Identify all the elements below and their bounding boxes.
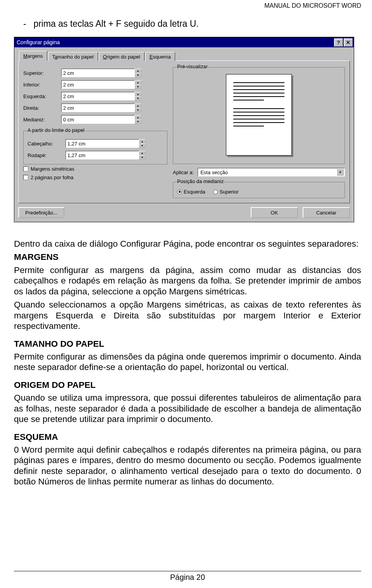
radio-superior[interactable]: Superior xyxy=(213,189,239,195)
preview-group xyxy=(173,67,345,164)
dialog-title: Configurar página xyxy=(17,39,333,45)
checkbox-label: Margens simétricas xyxy=(31,166,74,172)
heading-origem: ORIGEM DO PAPEL xyxy=(14,380,361,390)
spin-down-icon[interactable]: ▼ xyxy=(134,85,141,89)
spin-up-icon[interactable]: ▲ xyxy=(139,139,146,144)
para-origem: Quando se utiliza uma impressora, que po… xyxy=(14,393,361,424)
dropdown-aplicar[interactable]: Esta secção ▼ xyxy=(198,168,345,176)
spin-up-icon[interactable]: ▲ xyxy=(134,69,141,73)
para-margens-1: Permite configurar as margens da página,… xyxy=(14,265,361,297)
label-superior: Superior: xyxy=(23,70,61,76)
footer-rule xyxy=(14,571,361,571)
radio-esquerda[interactable]: Esquerda xyxy=(177,189,205,195)
heading-margens: MARGENS xyxy=(14,252,361,262)
input-superior[interactable]: 2 cm xyxy=(61,69,135,77)
ok-button[interactable]: OK xyxy=(251,207,298,218)
checkbox-icon xyxy=(23,175,28,180)
tab-origem[interactable]: Origem do papel xyxy=(99,52,145,61)
spin-down-icon[interactable]: ▼ xyxy=(134,73,141,77)
running-header: MANUAL DO MICROSOFT WORD xyxy=(0,0,372,9)
tabs: MMargensargens Tamanho do papel Origem d… xyxy=(19,50,350,61)
spin-up-icon[interactable]: ▲ xyxy=(134,80,141,85)
spin-up-icon[interactable]: ▲ xyxy=(139,151,146,155)
tab-tamanho[interactable]: Tamanho do papel xyxy=(48,52,98,61)
checkbox-label: 2 páginas por folha xyxy=(31,175,74,180)
bullet-text: prima as teclas Alt + F seguido da letra… xyxy=(33,19,198,29)
group-limite-papel: Cabeçalho: 1,27 cm ▲▼ Rodapé: 1,27 cm ▲▼ xyxy=(23,131,167,164)
help-button[interactable]: ? xyxy=(334,38,343,47)
label-cabecalho: Cabeçalho: xyxy=(28,141,65,147)
radio-label: Superior xyxy=(220,189,239,195)
dropdown-value: Esta secção xyxy=(200,169,228,175)
label-rodape: Rodapé: xyxy=(28,152,65,158)
bullet-dash: - xyxy=(23,19,31,29)
heading-tamanho: TAMANHO DO PAPEL xyxy=(14,339,361,349)
dialog-titlebar: Configurar página ? ✕ xyxy=(14,37,354,47)
bullet-line: - prima as teclas Alt + F seguido da let… xyxy=(14,19,359,33)
input-medianiz[interactable]: 0 cm xyxy=(61,115,135,124)
radio-label: Esquerda xyxy=(184,189,205,195)
tab-esquema[interactable]: Esquema xyxy=(145,52,175,61)
label-aplicar: Aplicar a: xyxy=(173,169,194,175)
radio-icon xyxy=(213,190,218,194)
para-margens-2: Quando seleccionamos a opção Margens sim… xyxy=(14,299,361,331)
tab-margens[interactable]: MMargensargens xyxy=(19,51,47,61)
spin-down-icon[interactable]: ▼ xyxy=(134,119,141,124)
spin-down-icon[interactable]: ▼ xyxy=(134,108,141,112)
chevron-down-icon: ▼ xyxy=(337,169,344,176)
input-esquerda[interactable]: 2 cm xyxy=(61,92,135,100)
page-number: Página 20 xyxy=(14,573,361,582)
para-tamanho: Permite configurar as dimensões da págin… xyxy=(14,351,361,373)
label-inferior: Inferior: xyxy=(23,82,61,88)
group-posicao-medianiz: Esquerda Superior xyxy=(173,182,345,198)
checkbox-margens-simetricas[interactable]: Margens simétricas xyxy=(23,164,167,173)
input-cabecalho[interactable]: 1,27 cm xyxy=(65,139,139,148)
para-esquema: 0 Word permite aqui definir cabeçalhos e… xyxy=(14,444,361,487)
dialog-configurar-pagina: Configurar página ? ✕ MMargensargens Tam… xyxy=(14,37,354,222)
spin-down-icon[interactable]: ▼ xyxy=(139,144,146,148)
spin-down-icon[interactable]: ▼ xyxy=(134,96,141,100)
spin-up-icon[interactable]: ▲ xyxy=(134,92,141,96)
label-esquerda: Esquerda: xyxy=(23,93,61,99)
label-direita: Direita: xyxy=(23,105,61,111)
radio-icon xyxy=(177,190,182,194)
page-preview xyxy=(226,74,292,156)
spin-up-icon[interactable]: ▲ xyxy=(134,104,141,108)
spin-up-icon[interactable]: ▲ xyxy=(134,115,141,119)
spin-down-icon[interactable]: ▼ xyxy=(139,155,146,159)
checkbox-2-paginas[interactable]: 2 páginas por folha xyxy=(23,173,167,182)
intro-text: Dentro da caixa de diálogo Configurar Pá… xyxy=(14,239,361,249)
checkbox-icon xyxy=(23,166,28,171)
cancel-button[interactable]: Cancelar xyxy=(303,207,350,218)
input-direita[interactable]: 2 cm xyxy=(61,104,135,112)
input-inferior[interactable]: 2 cm xyxy=(61,80,135,89)
predefinicao-button[interactable]: Predefinição... xyxy=(18,207,64,218)
close-button[interactable]: ✕ xyxy=(344,38,353,47)
input-rodape[interactable]: 1,27 cm xyxy=(65,151,139,159)
label-medianiz: Medianiz: xyxy=(23,117,61,123)
heading-esquema: ESQUEMA xyxy=(14,432,361,442)
